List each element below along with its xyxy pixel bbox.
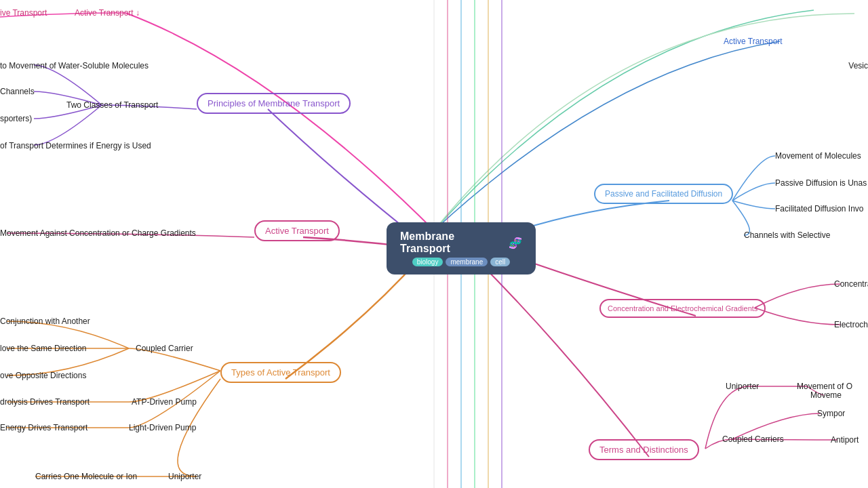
text-transporters: sporters) <box>0 114 32 123</box>
text-movement-against: Movement Against Concentration or Charge… <box>0 228 196 238</box>
node-terms[interactable]: Terms and Distinctions <box>589 439 699 460</box>
text-light-energy: Energy Drives Transport <box>0 423 87 432</box>
text-coupled-carriers-label: Coupled Carriers <box>722 434 784 444</box>
text-active-transport-topright: Active Transport <box>724 37 783 46</box>
text-active-transport-top: Active Transport ↓ <box>75 8 140 18</box>
node-concentration[interactable]: Concentration and Electrochemical Gradie… <box>599 299 766 318</box>
text-move-same: love the Same Direction <box>0 344 86 353</box>
node-active-transport[interactable]: Active Transport <box>254 220 340 241</box>
text-antiport: Antiport <box>831 435 859 445</box>
text-conjunction: Conjunction with Another <box>0 317 90 326</box>
center-icon: 🧬 <box>509 237 522 249</box>
text-light-pump: Light-Driven Pump <box>129 423 196 432</box>
text-hydrolysis: drolysis Drives Transport <box>0 397 90 407</box>
text-facilitated-inv: Facilitated Diffusion Invo <box>775 204 864 214</box>
tag-membrane: membrane <box>446 258 488 266</box>
node-principles[interactable]: Principles of Membrane Transport <box>197 93 351 114</box>
text-symport: Sympor <box>817 409 845 418</box>
text-vesico: Vesic <box>848 61 868 70</box>
text-move-opposite: ove Opposite Directions <box>0 371 86 380</box>
text-channels-selective: Channels with Selective <box>744 230 830 240</box>
text-uniporter-label: Uniporter <box>726 382 759 391</box>
text-active-transport-topleft: ive Transport <box>0 8 47 18</box>
text-coupled-carrier: Coupled Carrier <box>136 344 193 353</box>
text-electroche: Electroche <box>834 320 868 329</box>
center-node[interactable]: Membrane Transport 🧬 biology membrane ce… <box>387 222 536 274</box>
text-movement-water: to Movement of Water-Soluble Molecules <box>0 61 149 70</box>
text-movement-of-one: Movement of O <box>797 382 852 391</box>
center-label: Membrane Transport <box>400 230 505 255</box>
text-movement-molecules: Movement of Molecules <box>775 151 861 161</box>
tag-cell: cell <box>490 258 510 266</box>
text-uniporter-left: Uniporter <box>168 472 201 481</box>
tag-biology: biology <box>412 258 443 266</box>
text-two-classes: Two Classes of Transport <box>66 100 158 110</box>
text-passive-unaided: Passive Diffusion is Unas <box>775 178 867 188</box>
text-channels: Channels <box>0 87 35 96</box>
text-type-determines: of Transport Determines if Energy is Use… <box>0 141 151 150</box>
text-atp-pump: ATP-Driven Pump <box>132 397 197 407</box>
node-types-active[interactable]: Types of Active Transport <box>220 362 341 383</box>
text-concentration-label: Concentrat <box>834 279 868 289</box>
text-movement-right: Moveme <box>810 390 842 400</box>
node-passive-facilitated[interactable]: Passive and Facilitated Diffusion <box>594 184 733 204</box>
text-carries-one: Carries One Molecule or Ion <box>35 472 137 481</box>
